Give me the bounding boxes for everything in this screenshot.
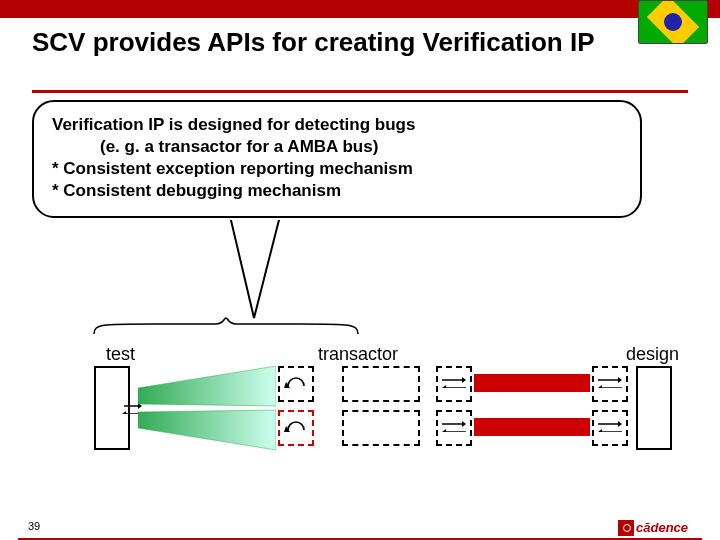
bidir-arrow-icon	[596, 374, 624, 388]
svg-marker-11	[462, 377, 466, 383]
loop-arrow-icon	[284, 416, 310, 438]
svg-marker-23	[618, 421, 622, 427]
svg-marker-0	[230, 216, 280, 318]
stimulus-fan-icon	[138, 366, 276, 450]
top-bar	[0, 0, 720, 18]
svg-marker-25	[598, 429, 602, 432]
bidir-arrow-icon	[440, 418, 468, 432]
design-block	[636, 366, 672, 450]
logo-mark-icon	[618, 520, 634, 536]
callout-line-2: (e. g. a transactor for a AMBA bus)	[100, 136, 622, 158]
svg-marker-13	[442, 385, 446, 388]
svg-marker-5	[122, 411, 126, 414]
cadence-logo: cādence	[618, 518, 702, 534]
svg-marker-6	[138, 366, 276, 406]
svg-marker-15	[462, 421, 466, 427]
svg-marker-21	[598, 385, 602, 388]
svg-marker-19	[618, 377, 622, 383]
page-number: 39	[28, 520, 40, 532]
architecture-diagram	[80, 360, 680, 460]
bidir-arrow-icon	[596, 418, 624, 432]
speech-callout: Verification IP is designed for detectin…	[32, 100, 642, 218]
brazil-flag-icon	[638, 0, 708, 44]
callout-line-3: * Consistent exception reporting mechani…	[52, 159, 413, 178]
interface-box-1a	[342, 366, 420, 402]
speech-tail-icon	[220, 216, 310, 326]
slide-title: SCV provides APIs for creating Verificat…	[32, 28, 620, 58]
svg-marker-17	[442, 429, 446, 432]
bus-bar-1	[474, 374, 590, 392]
loop-arrow-icon	[284, 372, 310, 394]
slide: SCV provides APIs for creating Verificat…	[0, 0, 720, 540]
interface-box-1b	[342, 410, 420, 446]
callout-text: Verification IP is designed for detectin…	[52, 114, 622, 202]
bus-bar-2	[474, 418, 590, 436]
callout-line-1: Verification IP is designed for detectin…	[52, 115, 415, 134]
logo-text: cādence	[636, 520, 688, 535]
title-underline	[32, 90, 688, 93]
svg-marker-7	[138, 410, 276, 450]
bidir-arrow-icon	[440, 374, 468, 388]
callout-line-4: * Consistent debugging mechanism	[52, 181, 341, 200]
